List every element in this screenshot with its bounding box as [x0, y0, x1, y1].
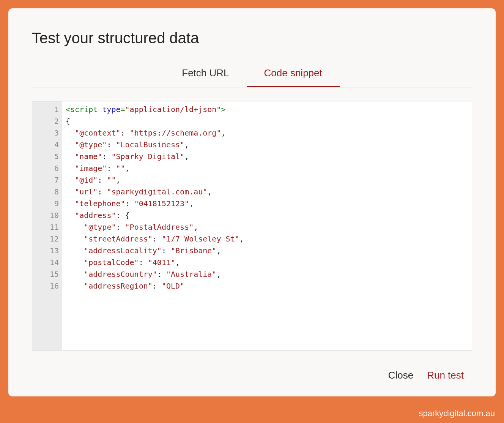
code-line[interactable]: "addressCountry": "Australia", — [66, 268, 468, 280]
line-number: 15 — [38, 268, 59, 280]
line-number: 4 — [38, 139, 59, 151]
line-number: 13 — [38, 245, 59, 257]
line-number: 14 — [38, 257, 59, 268]
line-number: 8 — [38, 186, 59, 198]
code-line[interactable]: "addressRegion": "QLD" — [66, 280, 468, 292]
run-test-button[interactable]: Run test — [427, 369, 464, 381]
line-gutter: 12345678910111213141516 — [32, 101, 62, 350]
tab-code-snippet[interactable]: Code snippet — [247, 61, 340, 87]
code-line[interactable]: "@type": "PostalAddress", — [66, 221, 468, 233]
close-button[interactable]: Close — [388, 369, 413, 381]
code-line[interactable]: { — [66, 115, 468, 127]
code-line[interactable]: "name": "Sparky Digital", — [66, 151, 468, 163]
code-line[interactable]: "@id": "", — [66, 174, 468, 186]
line-number: 5 — [38, 151, 59, 163]
dialog-title: Test your structured data — [32, 30, 472, 47]
tab-fetch-url[interactable]: Fetch URL — [164, 61, 246, 87]
line-number: 6 — [38, 163, 59, 174]
code-line[interactable]: "address": { — [66, 210, 468, 221]
tabs: Fetch URL Code snippet — [32, 61, 472, 87]
code-line[interactable]: "telephone": "0418152123", — [66, 198, 468, 210]
code-content[interactable]: <script type="application/ld+json">{ "@c… — [62, 101, 472, 350]
line-number: 9 — [38, 198, 59, 210]
dialog-actions: Close Run test — [32, 350, 472, 381]
code-line[interactable]: "@type": "LocalBusiness", — [66, 139, 468, 151]
watermark: sparkydigital.com.au — [419, 409, 495, 418]
line-number: 7 — [38, 174, 59, 186]
code-line[interactable]: "postalCode": "4011", — [66, 257, 468, 268]
line-number: 10 — [38, 210, 59, 221]
code-line[interactable]: "image": "", — [66, 163, 468, 174]
line-number: 11 — [38, 221, 59, 233]
line-number: 1 — [38, 104, 59, 115]
code-editor[interactable]: 12345678910111213141516 <script type="ap… — [32, 101, 472, 350]
code-line[interactable]: "addressLocality": "Brisbane", — [66, 245, 468, 257]
code-line[interactable]: "@context": "https://schema.org", — [66, 127, 468, 139]
line-number: 16 — [38, 280, 59, 292]
line-number: 3 — [38, 127, 59, 139]
line-number: 12 — [38, 233, 59, 245]
line-number: 2 — [38, 115, 59, 127]
structured-data-dialog: Test your structured data Fetch URL Code… — [8, 8, 496, 396]
code-line[interactable]: "streetAddress": "1/7 Wolseley St", — [66, 233, 468, 245]
code-line[interactable]: <script type="application/ld+json"> — [66, 104, 468, 115]
code-line[interactable]: "url": "sparkydigital.com.au", — [66, 186, 468, 198]
